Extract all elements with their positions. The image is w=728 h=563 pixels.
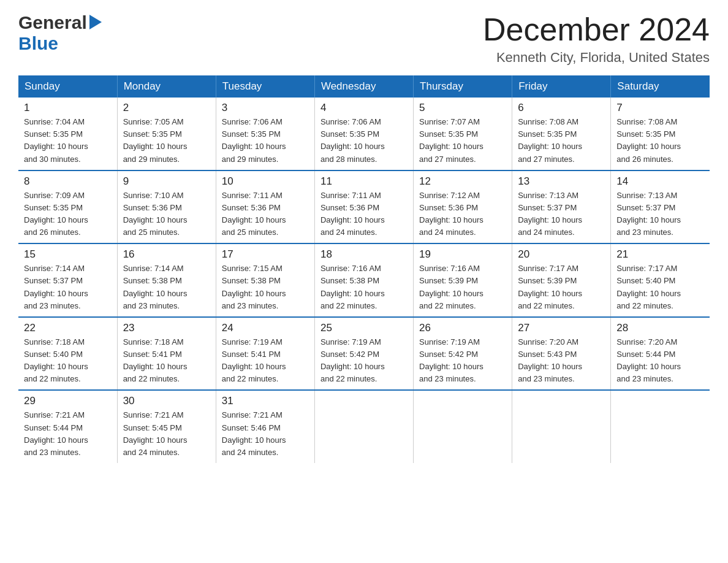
day-info: Sunrise: 7:18 AMSunset: 5:40 PMDaylight:… <box>24 336 112 386</box>
day-info: Sunrise: 7:21 AMSunset: 5:45 PMDaylight:… <box>123 409 210 459</box>
day-info: Sunrise: 7:07 AMSunset: 5:35 PMDaylight:… <box>419 116 506 166</box>
calendar-header: Sunday Monday Tuesday Wednesday Thursday… <box>18 75 710 98</box>
col-wednesday: Wednesday <box>314 75 413 98</box>
day-cell: 1Sunrise: 7:04 AMSunset: 5:35 PMDaylight… <box>18 98 117 170</box>
week-row-4: 22Sunrise: 7:18 AMSunset: 5:40 PMDayligh… <box>18 317 710 391</box>
day-cell: 10Sunrise: 7:11 AMSunset: 5:36 PMDayligh… <box>216 170 314 244</box>
day-cell <box>512 390 611 463</box>
day-info: Sunrise: 7:05 AMSunset: 5:35 PMDaylight:… <box>123 116 210 166</box>
col-thursday: Thursday <box>414 75 512 98</box>
day-cell: 3Sunrise: 7:06 AMSunset: 5:35 PMDaylight… <box>216 98 314 170</box>
day-number: 25 <box>320 322 408 334</box>
svg-marker-0 <box>89 15 102 29</box>
week-row-2: 8Sunrise: 7:09 AMSunset: 5:35 PMDaylight… <box>18 170 710 244</box>
day-info: Sunrise: 7:21 AMSunset: 5:46 PMDaylight:… <box>222 409 309 459</box>
day-number: 6 <box>518 102 605 114</box>
day-number: 1 <box>24 102 112 114</box>
day-number: 5 <box>419 102 506 114</box>
day-number: 24 <box>222 322 309 334</box>
day-info: Sunrise: 7:19 AMSunset: 5:42 PMDaylight:… <box>419 336 506 386</box>
day-cell: 27Sunrise: 7:20 AMSunset: 5:43 PMDayligh… <box>512 317 611 391</box>
col-sunday: Sunday <box>18 75 117 98</box>
day-cell: 24Sunrise: 7:19 AMSunset: 5:41 PMDayligh… <box>216 317 314 391</box>
day-info: Sunrise: 7:17 AMSunset: 5:40 PMDaylight:… <box>616 262 704 312</box>
day-cell: 12Sunrise: 7:12 AMSunset: 5:36 PMDayligh… <box>414 170 512 244</box>
day-number: 16 <box>123 248 210 261</box>
day-number: 12 <box>419 175 506 188</box>
day-number: 13 <box>518 175 605 188</box>
day-cell: 23Sunrise: 7:18 AMSunset: 5:41 PMDayligh… <box>117 317 216 391</box>
day-info: Sunrise: 7:19 AMSunset: 5:41 PMDaylight:… <box>222 336 309 386</box>
header: General Blue December 2024 Kenneth City,… <box>18 12 710 66</box>
day-number: 17 <box>222 248 309 261</box>
day-number: 22 <box>24 322 112 334</box>
day-info: Sunrise: 7:15 AMSunset: 5:38 PMDaylight:… <box>222 262 309 312</box>
day-cell: 30Sunrise: 7:21 AMSunset: 5:45 PMDayligh… <box>117 390 216 463</box>
day-number: 14 <box>616 175 704 188</box>
day-number: 9 <box>123 175 210 188</box>
day-cell: 8Sunrise: 7:09 AMSunset: 5:35 PMDaylight… <box>18 170 117 244</box>
day-cell: 22Sunrise: 7:18 AMSunset: 5:40 PMDayligh… <box>18 317 117 391</box>
week-row-5: 29Sunrise: 7:21 AMSunset: 5:44 PMDayligh… <box>18 390 710 463</box>
col-friday: Friday <box>512 75 611 98</box>
day-number: 3 <box>222 102 309 114</box>
logo-general-text: General <box>18 12 87 33</box>
day-cell: 13Sunrise: 7:13 AMSunset: 5:37 PMDayligh… <box>512 170 611 244</box>
day-info: Sunrise: 7:06 AMSunset: 5:35 PMDaylight:… <box>320 116 408 166</box>
day-number: 19 <box>419 248 506 261</box>
day-cell: 18Sunrise: 7:16 AMSunset: 5:38 PMDayligh… <box>314 243 413 317</box>
day-number: 20 <box>518 248 605 261</box>
day-cell: 5Sunrise: 7:07 AMSunset: 5:35 PMDaylight… <box>414 98 512 170</box>
day-info: Sunrise: 7:04 AMSunset: 5:35 PMDaylight:… <box>24 116 112 166</box>
day-info: Sunrise: 7:10 AMSunset: 5:36 PMDaylight:… <box>123 190 210 239</box>
day-info: Sunrise: 7:19 AMSunset: 5:42 PMDaylight:… <box>320 336 408 386</box>
day-number: 15 <box>24 248 112 261</box>
day-info: Sunrise: 7:08 AMSunset: 5:35 PMDaylight:… <box>518 116 605 166</box>
day-info: Sunrise: 7:17 AMSunset: 5:39 PMDaylight:… <box>518 262 605 312</box>
day-number: 18 <box>320 248 408 261</box>
day-number: 27 <box>518 322 605 334</box>
day-info: Sunrise: 7:16 AMSunset: 5:39 PMDaylight:… <box>419 262 506 312</box>
day-number: 26 <box>419 322 506 334</box>
day-cell: 16Sunrise: 7:14 AMSunset: 5:38 PMDayligh… <box>117 243 216 317</box>
day-cell: 7Sunrise: 7:08 AMSunset: 5:35 PMDaylight… <box>611 98 710 170</box>
day-number: 31 <box>222 395 309 407</box>
day-cell: 29Sunrise: 7:21 AMSunset: 5:44 PMDayligh… <box>18 390 117 463</box>
day-number: 28 <box>616 322 704 334</box>
day-cell <box>314 390 413 463</box>
logo-blue-text: Blue <box>18 33 58 54</box>
day-info: Sunrise: 7:12 AMSunset: 5:36 PMDaylight:… <box>419 190 506 239</box>
day-cell: 26Sunrise: 7:19 AMSunset: 5:42 PMDayligh… <box>414 317 512 391</box>
day-info: Sunrise: 7:20 AMSunset: 5:44 PMDaylight:… <box>616 336 704 386</box>
day-cell: 20Sunrise: 7:17 AMSunset: 5:39 PMDayligh… <box>512 243 611 317</box>
day-cell: 6Sunrise: 7:08 AMSunset: 5:35 PMDaylight… <box>512 98 611 170</box>
title-area: December 2024 Kenneth City, Florida, Uni… <box>483 12 710 66</box>
logo-arrow-icon <box>89 15 102 32</box>
day-cell: 21Sunrise: 7:17 AMSunset: 5:40 PMDayligh… <box>611 243 710 317</box>
col-monday: Monday <box>117 75 216 98</box>
day-cell <box>611 390 710 463</box>
day-cell: 25Sunrise: 7:19 AMSunset: 5:42 PMDayligh… <box>314 317 413 391</box>
logo: General Blue <box>18 12 102 54</box>
calendar-body: 1Sunrise: 7:04 AMSunset: 5:35 PMDaylight… <box>18 98 710 463</box>
day-cell: 14Sunrise: 7:13 AMSunset: 5:37 PMDayligh… <box>611 170 710 244</box>
day-number: 7 <box>616 102 704 114</box>
day-cell: 19Sunrise: 7:16 AMSunset: 5:39 PMDayligh… <box>414 243 512 317</box>
day-info: Sunrise: 7:14 AMSunset: 5:38 PMDaylight:… <box>123 262 210 312</box>
day-info: Sunrise: 7:18 AMSunset: 5:41 PMDaylight:… <box>123 336 210 386</box>
day-cell: 28Sunrise: 7:20 AMSunset: 5:44 PMDayligh… <box>611 317 710 391</box>
day-cell: 4Sunrise: 7:06 AMSunset: 5:35 PMDaylight… <box>314 98 413 170</box>
day-info: Sunrise: 7:14 AMSunset: 5:37 PMDaylight:… <box>24 262 112 312</box>
day-info: Sunrise: 7:09 AMSunset: 5:35 PMDaylight:… <box>24 190 112 239</box>
day-number: 23 <box>123 322 210 334</box>
day-number: 21 <box>616 248 704 261</box>
day-cell: 9Sunrise: 7:10 AMSunset: 5:36 PMDaylight… <box>117 170 216 244</box>
location-subtitle: Kenneth City, Florida, United States <box>483 50 710 66</box>
col-saturday: Saturday <box>611 75 710 98</box>
col-tuesday: Tuesday <box>216 75 314 98</box>
day-info: Sunrise: 7:06 AMSunset: 5:35 PMDaylight:… <box>222 116 309 166</box>
day-number: 4 <box>320 102 408 114</box>
day-number: 30 <box>123 395 210 407</box>
day-info: Sunrise: 7:11 AMSunset: 5:36 PMDaylight:… <box>320 190 408 239</box>
day-info: Sunrise: 7:13 AMSunset: 5:37 PMDaylight:… <box>616 190 704 239</box>
